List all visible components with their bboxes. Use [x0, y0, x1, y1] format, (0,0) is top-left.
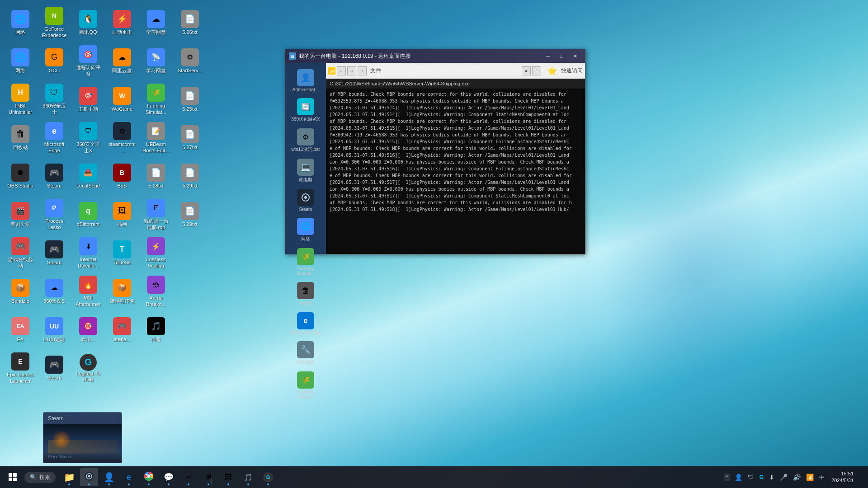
desktop-icon-processlasso[interactable]: P Process Lasso: [38, 197, 70, 233]
desktop-icon-uujiasuqi[interactable]: UU UU加速器: [38, 312, 70, 348]
desktop-icon-525[interactable]: 📄 5.25txt: [174, 81, 206, 117]
tray-mic-icon[interactable]: 🎤: [779, 473, 788, 482]
desktop-icon-360x[interactable]: 🛡 360安全卫士X: [72, 120, 104, 156]
desktop-icon-tiktok[interactable]: 🎵 抖音: [140, 312, 172, 348]
taskbar-app-netease[interactable]: 🎵: [239, 468, 257, 486]
taskbar-app-explorer[interactable]: 📁: [60, 468, 78, 486]
fm-more-btn[interactable]: ⋮: [532, 66, 541, 75]
desktop-icon-wogame[interactable]: W WoGame: [106, 81, 138, 117]
fm-nav-btn3[interactable]: ↑: [358, 66, 367, 75]
fm-view-btn[interactable]: ≡: [522, 66, 531, 75]
start-button[interactable]: [5, 469, 21, 485]
desktop-icon-network[interactable]: 🌐 网络: [5, 5, 36, 41]
desktop-icon-360clouds[interactable]: ☁ 360云盘S: [38, 273, 70, 310]
desktop-icon-527[interactable]: 📄 5.27txt: [174, 120, 206, 156]
tray-network-icon[interactable]: 📶: [805, 473, 815, 482]
desktop-icon-msedge[interactable]: e Microsoft Edge: [38, 120, 70, 156]
taskbar-search[interactable]: 🔍 搜索: [24, 472, 56, 483]
desktop-icon-aiyun[interactable]: ☁ 阿里云盘: [106, 43, 138, 79]
rdp-minimize-button[interactable]: ─: [542, 51, 554, 61]
desktop-icon-ea[interactable]: EA EA: [5, 312, 36, 348]
desktop-icon-msi[interactable]: 🔥 MSI Afterburner: [72, 273, 104, 310]
tray-speaker-icon[interactable]: 🔊: [792, 473, 802, 482]
fm-nav-btn2[interactable]: →: [347, 66, 356, 75]
desktop-icon-526[interactable]: 📄 5.26txt: [174, 5, 206, 41]
desktop-icon-logitech[interactable]: G Logitech G HUB: [72, 350, 104, 386]
rdp-icon-recycle-inner[interactable]: 🗑 回收站: [288, 280, 324, 308]
taskbar-clock[interactable]: 15:51 2024/5/31: [829, 469, 856, 485]
desktop-icon-ggg[interactable]: G GCC: [38, 43, 70, 79]
desktop-icon-arenaB[interactable]: 🎮 arena...: [106, 312, 138, 348]
desktop-icon-internetdl[interactable]: ⬇ Internet Downlo...: [72, 235, 104, 271]
desktop-icon-steam-row10[interactable]: 🎮 Steam: [38, 350, 70, 386]
rdp-maximize-button[interactable]: □: [555, 51, 568, 61]
desktop-icon-epic[interactable]: E Epic Games Launcher: [5, 350, 36, 386]
rdp-icon-farming2[interactable]: 🌾 Farming Simulat...: [288, 370, 324, 401]
tray-lang-icon[interactable]: 中: [818, 473, 825, 482]
rdp-icon-steam-inner[interactable]: Steam: [288, 187, 324, 214]
desktop-icon-trace[interactable]: 🎯 远程访问平台: [72, 43, 104, 79]
rdp-icon-thispc[interactable]: 💻 此电脑: [288, 157, 324, 185]
taskbar-app-chrome[interactable]: [140, 468, 158, 486]
taskbar-app-snip[interactable]: ✂: [179, 468, 198, 486]
fm-nav-btn1[interactable]: ←: [337, 66, 346, 75]
desktop-icon-localsend[interactable]: 📤 LocalSend: [72, 158, 104, 194]
rdp-icon-network-inner[interactable]: 🌐 网络: [288, 216, 324, 244]
desktop-icon-arena[interactable]: 🏟 Arena Breako...: [140, 273, 172, 310]
desktop-icon-geforce[interactable]: N GeForce Experience: [38, 5, 70, 41]
desktop-icon-cloud[interactable]: ☁ 学习网盘: [140, 5, 172, 41]
desktop-icon-gameonline[interactable]: 🎮 游戏在线起动: [5, 235, 36, 271]
tray-download-icon[interactable]: ⬇: [768, 473, 775, 482]
taskbar-app-rdp[interactable]: 🖥: [199, 468, 217, 486]
desktop-icon-todesk[interactable]: T ToDeSk: [106, 235, 138, 271]
taskbar-app-ghub[interactable]: G: [259, 468, 277, 486]
desktop-icon-bandzip[interactable]: 📦 Bandzip: [5, 273, 36, 310]
desktop-icon-steamcomm[interactable]: ⚙ steamcomm...: [106, 120, 138, 156]
rdp-icon-admin[interactable]: 👤 Administrat...: [288, 67, 324, 94]
tray-shield-icon[interactable]: 🛡: [747, 473, 755, 482]
desktop-icon-startserv[interactable]: ⚙ StartServ...: [174, 43, 206, 79]
rdp-close-button[interactable]: ✕: [569, 51, 581, 61]
desktop-icon-uebeam[interactable]: 📝 UEBeam Hosts Edit...: [140, 120, 172, 156]
rdp-icon-win11bat[interactable]: ⚙ win11激活.bat: [288, 127, 324, 155]
rdp-icon-edge-inner[interactable]: e Microsoft Edge: [288, 310, 324, 337]
desktop-icon-528[interactable]: 📄 5.28txt: [140, 158, 172, 194]
desktop-icon-qq[interactable]: 🐧 腾讯QQ: [72, 5, 104, 41]
desktop-icon-hibit[interactable]: H HiBit Uninstaller: [5, 81, 36, 117]
rdp-icon-360[interactable]: 🔄 360优化游览X: [288, 96, 324, 124]
taskbar-app-edge[interactable]: e: [120, 468, 138, 486]
taskbar-app-account[interactable]: 👤: [100, 468, 118, 486]
desktop-icon-recycle[interactable]: 🗑 回收站: [5, 120, 36, 156]
desktop-icon-auto1[interactable]: ⚡ 自动重击: [106, 5, 138, 41]
rdp-icon-control-panel[interactable]: 🔧 控制面板: [288, 339, 324, 367]
desktop-icon-chahua[interactable]: 🖼 插画: [106, 197, 138, 233]
desktop-icon-zhujishou[interactable]: 🎯 主机手柄: [72, 81, 104, 117]
chrome-icon: [144, 471, 154, 483]
taskbar-app-weixin[interactable]: 💬: [160, 468, 178, 486]
tray-overflow-button[interactable]: ^: [724, 474, 730, 481]
desktop-icon-steam-desk[interactable]: 🎮 Steam: [38, 158, 70, 194]
desktop-icon-lossless[interactable]: ⚡ Lossless Scaling: [140, 235, 172, 271]
tray-user-icon[interactable]: 👤: [734, 473, 743, 482]
desktop-icon-529[interactable]: 📄 5.29txt: [174, 158, 206, 194]
desktop-icon-529b[interactable]: 📄 5.29txt: [174, 197, 206, 233]
desktop-icon-network2[interactable]: 🌐 网络: [5, 43, 36, 79]
desktop-icon-peihe[interactable]: 📦 陪伴程序包: [106, 273, 138, 310]
taskbar-apps: 📁 👤 e: [60, 468, 724, 486]
steam-tooltip-popup[interactable]: Steam StormWorks: [43, 412, 122, 463]
desktop-icon-steam-row7[interactable]: 🎮 Steam: [38, 235, 70, 271]
desktop-icon-huanle[interactable]: 🎯 欢乐...: [72, 312, 104, 348]
desktop-icon-bos[interactable]: B BoS: [106, 158, 138, 194]
desktop-icon-360sec[interactable]: 🛡 360安全卫士: [38, 81, 70, 117]
desktop-icon-farming1[interactable]: 🌾 Farming Simulat...: [140, 81, 172, 117]
taskbar-app-steam[interactable]: [80, 468, 98, 486]
desktop-icon-xuexi[interactable]: 📡 学习网盘: [140, 43, 172, 79]
taskbar-app-photos[interactable]: 🖼: [219, 468, 237, 486]
rdp-icon-farming-inner[interactable]: 🌾 Farming Simulat...: [288, 246, 324, 278]
desktop-icon-meijutiantang[interactable]: 🎬 美剧天堂: [5, 197, 36, 233]
desktop-icon-obs[interactable]: ⏺ OBS Studio: [5, 158, 36, 194]
desktop-icon-remote-rdp[interactable]: 🖥 我的另一台电脑.rdp: [140, 197, 172, 233]
desktop-icon-qbittorrent[interactable]: q qBittorrent: [72, 197, 104, 233]
show-desktop-button[interactable]: [860, 468, 863, 486]
tray-ghub-tray-icon[interactable]: G: [759, 473, 764, 481]
